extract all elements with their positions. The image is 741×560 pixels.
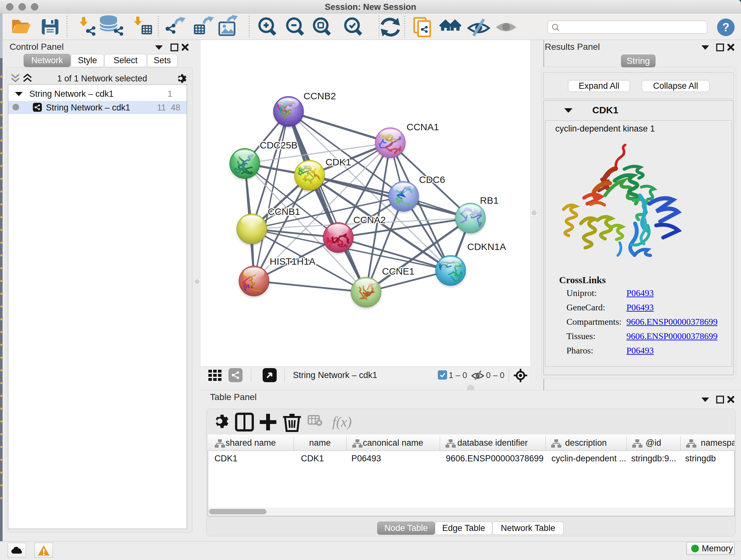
svg-text:CDKN1A: CDKN1A <box>467 241 506 252</box>
svg-text:CCNA2: CCNA2 <box>353 214 386 225</box>
svg-text:f(x): f(x) <box>332 414 352 430</box>
svg-text:HIST1H1A: HIST1H1A <box>270 256 315 266</box>
svg-text:CCNA1: CCNA1 <box>407 122 439 132</box>
svg-text:CDK1: CDK1 <box>326 157 351 167</box>
svg-text:CDC6: CDC6 <box>419 174 445 185</box>
svg-text:CCNB2: CCNB2 <box>304 91 336 101</box>
svg-text:CDC25B: CDC25B <box>260 140 297 150</box>
svg-text:RB1: RB1 <box>480 195 498 206</box>
svg-text:CCNE1: CCNE1 <box>382 266 414 276</box>
svg-text:CCNB1: CCNB1 <box>268 206 300 217</box>
